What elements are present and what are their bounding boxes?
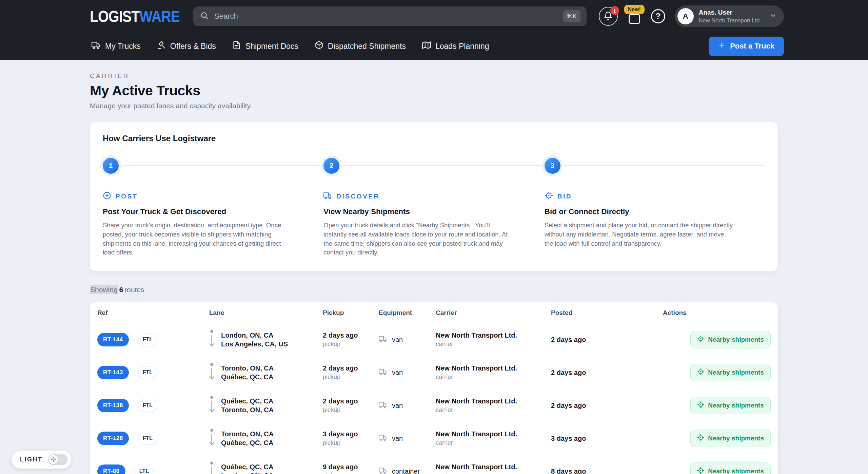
equipment-cell: van [379,400,436,411]
ref-badge[interactable]: RT-128 [97,432,129,445]
nearby-shipments-button[interactable]: Nearby shipments [690,462,771,474]
search-input[interactable] [214,12,563,21]
nav-item-dispatched-shipments[interactable]: Dispatched Shipments [310,37,410,55]
howto-card: How Carriers Use Logistware 1 POST Post … [90,122,778,271]
avatar: A [677,8,694,24]
lane-cities: Toronto, ON, CA Québec, QC, CA [221,430,274,448]
actions-cell: Nearby shipments [663,397,771,414]
nearby-shipments-label: Nearby shipments [708,402,764,409]
carrier-cell: New North Transport Ltd. carrier [436,364,551,381]
sun-icon [49,455,58,464]
posted-cell: 2 days ago [551,336,663,344]
route-arrow-icon [209,395,214,416]
truck-icon [379,367,388,378]
lane-cities: Québec, QC, CA Toronto, ON, CA [221,397,274,415]
table-row[interactable]: RT-86 LTL Québec, QC, CA London, ON, CA … [90,455,778,474]
pickup-cell: 2 days ago pickup [323,331,379,348]
howto-title: How Carriers Use Logistware [103,134,765,143]
screen: LOGISTWARE ⌘K 1 New! [0,0,868,474]
carrier-name: New North Transport Ltd. [436,364,551,372]
destination-city: London, ON, CA [221,471,273,474]
app-logo[interactable]: LOGISTWARE [90,7,180,26]
step-body: Select a shipment and place your bid, or… [545,221,765,248]
plus-circle-icon [103,191,111,202]
nav-item-loads-planning[interactable]: Loads Planning [418,37,494,55]
notification-count-badge: 1 [610,6,619,15]
table-row[interactable]: RT-144 FTL London, ON, CA Los Angeles, C… [90,323,778,356]
step-track: 2 [323,155,544,176]
user-meta: Anas. User New North Transport Ltd. [699,9,761,24]
lane-cell: Toronto, ON, CA Québec, QC, CA [209,362,323,383]
nav-item-my-trucks[interactable]: My Trucks [87,37,145,55]
nearby-shipments-button[interactable]: Nearby shipments [690,430,771,447]
carrier-cell: New North Transport Ltd. carrier [436,430,551,447]
nearby-shipments-button[interactable]: Nearby shipments [690,364,771,381]
nearby-shipments-label: Nearby shipments [708,468,764,474]
pickup-time: 2 days ago [323,364,379,372]
logo-text-accent: WARE [139,7,180,25]
post-truck-label: Post a Truck [730,42,774,51]
table-row[interactable]: RT-138 FTL Québec, QC, CA Toronto, ON, C… [90,389,778,422]
actions-cell: Nearby shipments [663,430,771,447]
lane-cell: Toronto, ON, CA Québec, QC, CA [209,428,323,449]
carrier-cell: New North Transport Ltd. carrier [436,463,551,474]
search-icon [200,11,209,21]
table-row[interactable]: RT-143 FTL Toronto, ON, CA Québec, QC, C… [90,356,778,389]
nav-label: Offers & Bids [170,42,216,51]
howto-steps: 1 POST Post Your Truck & Get Discovered … [103,155,765,257]
ref-badge[interactable]: RT-138 [97,399,129,412]
load-type-badge: FTL [138,399,157,412]
ref-badge[interactable]: RT-144 [97,333,129,346]
map-icon [422,41,431,52]
actions-cell: Nearby shipments [663,331,771,348]
table-row[interactable]: RT-128 FTL Toronto, ON, CA Québec, QC, C… [90,422,778,455]
actions-cell: Nearby shipments [663,364,771,381]
ref-badge[interactable]: RT-86 [97,464,125,474]
ref-cell: RT-144 FTL [97,333,209,346]
route-arrow-icon [209,428,214,449]
whats-new-button[interactable]: New! [627,7,642,26]
equipment-type: van [392,402,403,410]
step-connector [343,165,544,166]
search-shortcut-badge: ⌘K [563,10,580,22]
nav-item-offers-bids[interactable]: Offers & Bids [153,37,220,55]
carrier-caption: carrier [436,439,551,447]
chevron-down-icon [770,12,776,20]
lane-cell: Québec, QC, CA Toronto, ON, CA [209,395,323,416]
theme-switch[interactable] [48,454,68,465]
table-body: RT-144 FTL London, ON, CA Los Angeles, C… [90,323,778,474]
results-summary: Showing6routes [90,286,778,294]
ref-cell: RT-143 FTL [97,366,209,379]
notifications-button[interactable]: 1 [599,7,618,26]
carrier-name: New North Transport Ltd. [436,463,551,471]
origin-city: London, ON, CA [221,331,288,340]
step-number-badge: 1 [103,158,119,174]
step-tag: POST [103,191,323,202]
carrier-caption: carrier [436,374,551,381]
routes-table: Ref Lane Pickup Equipment Carrier Posted… [90,302,778,474]
crosshair-icon [697,401,704,410]
route-arrow-icon [209,362,214,383]
nearby-shipments-button[interactable]: Nearby shipments [690,331,771,348]
pickup-caption: pickup [323,341,379,348]
post-truck-button[interactable]: Post a Truck [709,37,784,56]
plus-icon [718,41,726,51]
step-heading: Bid or Connect Directly [545,207,765,216]
main-content: CARRIER My Active Trucks Manage your pos… [0,60,868,474]
load-type-badge: FTL [138,333,157,346]
search-bar[interactable]: ⌘K [193,6,587,26]
destination-city: Los Angeles, CA, US [221,340,288,348]
user-company: New North Transport Ltd. [699,17,761,24]
summary-count: 6 [119,286,123,293]
pickup-cell: 2 days ago pickup [323,364,379,381]
theme-toggle[interactable]: LIGHT [12,451,71,469]
new-badge: New! [624,5,645,14]
table-header-row: Ref Lane Pickup Equipment Carrier Posted… [90,302,778,323]
help-button[interactable]: ? [651,9,665,23]
nearby-shipments-button[interactable]: Nearby shipments [690,397,771,414]
user-menu[interactable]: A Anas. User New North Transport Ltd. [675,5,784,27]
lane-cell: Québec, QC, CA London, ON, CA [209,461,323,474]
nav-item-shipment-docs[interactable]: Shipment Docs [228,37,303,55]
ref-badge[interactable]: RT-143 [97,366,129,379]
step-connector [564,165,765,166]
